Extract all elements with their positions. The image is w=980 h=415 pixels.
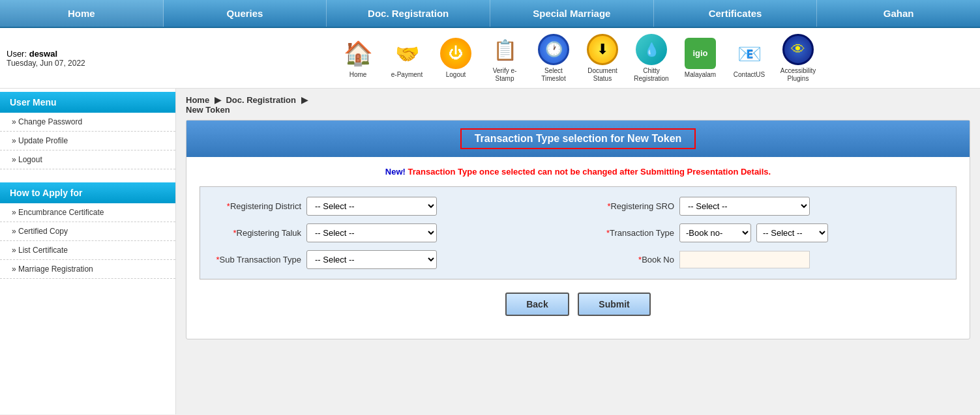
book-no-label: *Book No <box>583 255 674 265</box>
quick-icon-bar: 🏠 Home 🤝 e-Payment ⏻ Logout 📋 Verify e-S… <box>183 33 973 83</box>
transaction-type-select[interactable]: -- Select -- <box>756 223 828 242</box>
malayalam-icon-btn[interactable]: igio Malayalam <box>679 37 722 79</box>
header: User: deswal Tuesday, Jun 07, 2022 🏠 Hom… <box>0 28 980 89</box>
verify-estamp-label: Verify e-Stamp <box>493 67 517 83</box>
chitty-registration-label: ChittyRegistration <box>634 67 668 83</box>
select-timeslot-icon: 🕐 <box>537 33 570 66</box>
notice-warning: Transaction Type once selected can not b… <box>408 167 771 177</box>
user-menu-title: User Menu <box>0 92 175 113</box>
user-date: Tuesday, Jun 07, 2022 <box>7 59 183 68</box>
sidebar-item-marriage-registration[interactable]: Marriage Registration <box>0 260 175 279</box>
nav-queries[interactable]: Queries <box>164 0 327 27</box>
registering-taluk-select[interactable]: -- Select -- <box>306 223 437 242</box>
chitty-registration-icon: 💧 <box>635 33 668 66</box>
transaction-type-book-select[interactable]: -Book no- <box>679 223 751 242</box>
new-label: New! <box>385 167 406 177</box>
home-icon-btn[interactable]: 🏠 Home <box>337 37 379 79</box>
form-buttons: Back Submit <box>200 279 957 329</box>
notice-text: New! Transaction Type once selected can … <box>200 167 957 177</box>
nav-gahan[interactable]: Gahan <box>817 0 980 27</box>
verify-estamp-icon: 📋 <box>488 33 521 66</box>
epayment-icon-label: e-Payment <box>391 71 423 79</box>
malayalam-label: Malayalam <box>685 71 716 79</box>
epayment-icon-btn[interactable]: 🤝 e-Payment <box>386 37 428 79</box>
contactus-icon: 📧 <box>733 37 765 70</box>
sub-transaction-type-select[interactable]: -- Select -- <box>306 250 437 269</box>
logout-icon: ⏻ <box>439 37 472 70</box>
sidebar: User Menu Change Password Update Profile… <box>0 89 176 414</box>
form-card-header: Transaction Type selection for New Token <box>186 121 970 157</box>
sidebar-item-certified-copy[interactable]: Certified Copy <box>0 222 175 241</box>
breadcrumb-arrow-2: ▶ <box>301 95 308 105</box>
sidebar-item-change-password[interactable]: Change Password <box>0 113 175 132</box>
home-icon: 🏠 <box>342 37 374 70</box>
book-no-group: *Book No <box>583 251 946 268</box>
malayalam-icon: igio <box>684 37 717 70</box>
select-timeslot-label: SelectTimeslot <box>541 67 565 83</box>
registering-taluk-group: *Registering Taluk -- Select -- <box>210 223 573 242</box>
sidebar-item-update-profile[interactable]: Update Profile <box>0 132 175 150</box>
document-status-icon: ⬇ <box>586 33 619 66</box>
epayment-icon: 🤝 <box>391 37 423 70</box>
form-card-body: New! Transaction Type once selected can … <box>186 157 970 339</box>
document-status-label: DocumentStatus <box>587 67 617 83</box>
book-no-input[interactable] <box>679 251 810 268</box>
verify-estamp-icon-btn[interactable]: 📋 Verify e-Stamp <box>484 33 526 83</box>
registering-taluk-label: *Registering Taluk <box>210 228 301 238</box>
sidebar-item-list-certificate[interactable]: List Certificate <box>0 241 175 260</box>
submit-button[interactable]: Submit <box>578 293 650 316</box>
username-value: deswal <box>29 49 57 59</box>
username-label: User: deswal <box>7 49 183 59</box>
how-to-apply-title: How to Apply for <box>0 182 175 203</box>
form-title: Transaction Type selection for New Token <box>460 128 696 149</box>
registering-sro-select[interactable]: -- Select -- <box>679 197 810 216</box>
registering-district-group: *Registering District -- Select -- <box>210 197 573 216</box>
breadcrumb-arrow-1: ▶ <box>215 95 221 105</box>
top-navigation: Home Queries Doc. Registration Special M… <box>0 0 980 28</box>
nav-doc-registration[interactable]: Doc. Registration <box>327 0 490 27</box>
transaction-type-label: *Transaction Type <box>583 228 674 238</box>
accessibility-plugins-icon-btn[interactable]: 👁 AccessibilityPlugins <box>777 33 820 83</box>
chitty-registration-icon-btn[interactable]: 💧 ChittyRegistration <box>631 33 673 83</box>
form-row-2: *Registering Taluk -- Select -- *Transac… <box>210 223 946 242</box>
registering-sro-label: *Registering SRO <box>583 201 674 211</box>
breadcrumb-home[interactable]: Home <box>186 95 209 105</box>
sub-transaction-type-group: *Sub Transaction Type -- Select -- <box>210 250 573 269</box>
transaction-form-card: Transaction Type selection for New Token… <box>186 120 970 339</box>
logout-icon-btn[interactable]: ⏻ Logout <box>435 37 477 79</box>
breadcrumb-new-token: New Token <box>186 105 230 115</box>
registering-district-select[interactable]: -- Select -- <box>306 197 437 216</box>
registering-district-label: *Registering District <box>210 201 301 211</box>
registering-sro-group: *Registering SRO -- Select -- <box>583 197 946 216</box>
contactus-icon-btn[interactable]: 📧 ContactUS <box>728 37 771 79</box>
sidebar-item-logout[interactable]: Logout <box>0 150 175 169</box>
document-status-icon-btn[interactable]: ⬇ DocumentStatus <box>582 33 624 83</box>
sub-transaction-type-label: *Sub Transaction Type <box>210 255 301 265</box>
accessibility-plugins-label: AccessibilityPlugins <box>780 67 816 83</box>
user-info: User: deswal Tuesday, Jun 07, 2022 <box>7 49 183 68</box>
home-icon-label: Home <box>349 71 367 79</box>
accessibility-plugins-icon: 👁 <box>782 33 814 66</box>
logout-icon-label: Logout <box>446 71 466 79</box>
transaction-type-group: *Transaction Type -Book no- -- Select -- <box>583 223 946 242</box>
main-layout: User Menu Change Password Update Profile… <box>0 89 980 414</box>
form-row-3: *Sub Transaction Type -- Select -- *Book… <box>210 250 946 269</box>
contactus-label: ContactUS <box>734 71 765 79</box>
select-timeslot-icon-btn[interactable]: 🕐 SelectTimeslot <box>533 33 575 83</box>
form-row-1: *Registering District -- Select -- *Regi… <box>210 197 946 216</box>
nav-home[interactable]: Home <box>0 0 164 27</box>
content-area: Home ▶ Doc. Registration ▶ New Token Tra… <box>176 89 980 414</box>
nav-special-marriage[interactable]: Special Marriage <box>490 0 654 27</box>
back-button[interactable]: Back <box>505 293 569 316</box>
form-grid: *Registering District -- Select -- *Regi… <box>200 186 957 279</box>
nav-certificates[interactable]: Certificates <box>654 0 818 27</box>
breadcrumb-doc-reg[interactable]: Doc. Registration <box>226 95 296 105</box>
breadcrumb: Home ▶ Doc. Registration ▶ New Token <box>186 95 970 115</box>
sidebar-item-encumbrance-certificate[interactable]: Encumbrance Certificate <box>0 203 175 222</box>
